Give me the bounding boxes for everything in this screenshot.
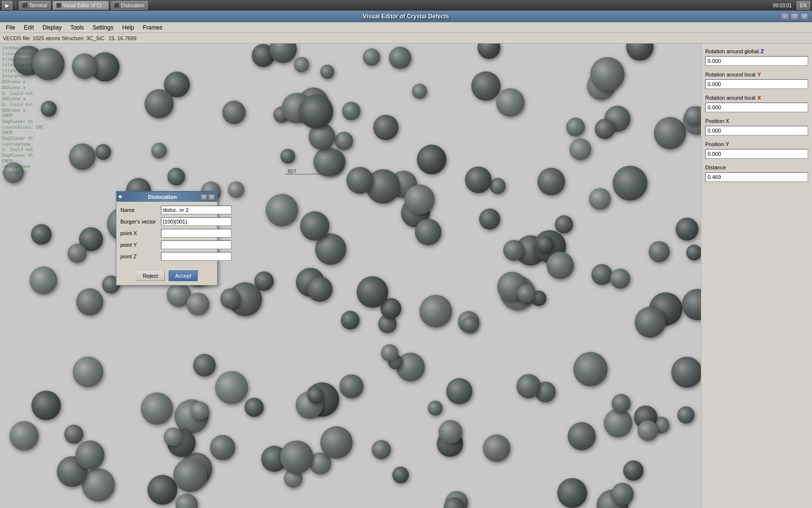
svg-point-134 — [496, 88, 525, 117]
dialog-name-label: Name — [120, 207, 159, 213]
taskbar-terminal-btn[interactable]: ⬛ Terminal — [19, 1, 51, 10]
rotation-global-z-row: Rotation around global Z — [705, 48, 808, 66]
svg-point-107 — [537, 168, 565, 195]
svg-point-104 — [589, 188, 611, 210]
svg-point-159 — [635, 307, 666, 338]
app-titlebar: Visual Editor of Crystal Defects − □ × — [0, 11, 812, 22]
svg-point-64 — [420, 295, 452, 327]
menu-file[interactable]: File — [2, 23, 19, 32]
svg-point-14 — [555, 215, 573, 233]
dialog-pointz-row: point Z — [120, 252, 213, 261]
dialog-content: Name Burger's vector point X point Y poi… — [116, 202, 217, 268]
distance-row: Distance — [705, 164, 808, 182]
svg-point-10 — [567, 422, 595, 450]
dialog-pointz-input[interactable] — [161, 252, 232, 261]
taskbar-lang-btn[interactable]: EN — [797, 1, 810, 10]
dialog-burgers-input[interactable] — [161, 217, 232, 226]
svg-point-144 — [307, 277, 333, 302]
menu-settings[interactable]: Settings — [88, 23, 117, 32]
rotation-local-y-label: Rotation around local Y — [705, 72, 808, 77]
svg-point-17 — [228, 181, 244, 198]
svg-point-117 — [590, 57, 624, 91]
svg-point-73 — [595, 119, 615, 139]
svg-point-152 — [300, 211, 329, 240]
menu-display[interactable]: Display — [39, 23, 65, 32]
svg-point-25 — [294, 57, 309, 72]
svg-point-160 — [573, 352, 608, 387]
svg-point-111 — [613, 166, 648, 201]
position-x-input[interactable] — [705, 126, 808, 135]
rotation-local-x-input[interactable] — [705, 103, 808, 112]
svg-point-20 — [69, 143, 96, 170]
svg-point-70 — [64, 425, 83, 444]
minimize-button[interactable]: − — [781, 13, 789, 20]
menu-edit[interactable]: Edit — [20, 23, 38, 32]
dialog-burgers-row: Burger's vector — [120, 217, 213, 226]
dislocation-dialog: ◆ Dislocation + × Name Burger's vector p… — [116, 191, 218, 285]
rotation-local-y-input[interactable] — [705, 79, 808, 89]
svg-point-139 — [210, 435, 235, 460]
svg-point-50 — [446, 378, 472, 404]
svg-point-45 — [389, 46, 411, 69]
svg-point-53 — [193, 354, 216, 377]
taskbar-vecds-btn[interactable]: ⬛ Visual Editor of Cr... — [53, 1, 109, 10]
svg-point-156 — [167, 168, 185, 185]
svg-point-83 — [174, 458, 207, 492]
svg-point-87 — [307, 387, 324, 403]
position-y-input[interactable] — [705, 149, 808, 159]
svg-point-145 — [638, 420, 658, 441]
menu-help[interactable]: Help — [118, 23, 138, 32]
taskbar-start-btn[interactable]: ▶ — [2, 1, 13, 10]
svg-point-121 — [623, 461, 643, 481]
rotation-global-z-label: Rotation around global Z — [705, 48, 808, 54]
svg-point-39 — [313, 148, 342, 177]
dialog-plus-button[interactable]: + — [201, 194, 207, 200]
svg-point-114 — [280, 149, 295, 164]
svg-point-154 — [280, 440, 313, 474]
atoms-visualization: 807 — [0, 44, 701, 508]
dialog-close-button[interactable]: × — [208, 194, 215, 200]
menubar: File Edit Display Tools Settings Help Fr… — [0, 22, 812, 33]
dialog-pointy-input[interactable] — [161, 240, 232, 249]
close-button[interactable]: × — [800, 13, 808, 20]
svg-point-115 — [537, 236, 554, 253]
svg-point-76 — [471, 72, 500, 101]
svg-point-125 — [479, 209, 500, 229]
svg-point-155 — [363, 48, 380, 65]
distance-input[interactable] — [705, 172, 808, 182]
svg-point-150 — [222, 101, 246, 124]
svg-point-97 — [72, 357, 103, 387]
statusbar: VECDS file: 1025 atoms Structure: 3C_SiC… — [0, 33, 812, 44]
dialog-titlebar: ◆ Dislocation + × — [116, 192, 217, 202]
accept-button[interactable]: Accept — [169, 270, 198, 281]
dialog-pointx-input[interactable] — [161, 229, 232, 238]
position-x-label: Position X — [705, 118, 808, 124]
dialog-pointy-row: point Y — [120, 240, 213, 249]
app-title: Visual Editor of Crystal Defects — [363, 13, 450, 20]
svg-point-137 — [299, 94, 334, 129]
svg-point-40 — [10, 421, 39, 450]
svg-point-149 — [357, 276, 388, 308]
svg-point-157 — [31, 224, 52, 245]
svg-point-99 — [266, 194, 298, 226]
dialog-title: Dislocation — [125, 194, 200, 200]
dialog-name-input[interactable] — [161, 206, 232, 214]
taskbar-disloc-btn[interactable]: ⬛ Dislocation — [111, 1, 148, 10]
svg-point-161 — [220, 288, 241, 309]
reject-button[interactable]: Reject — [136, 270, 165, 281]
svg-point-16 — [654, 117, 686, 149]
atom-label: 807 — [288, 168, 296, 174]
menu-frames[interactable]: Frames — [139, 23, 166, 32]
menu-tools[interactable]: Tools — [66, 23, 87, 32]
dialog-pointx-row: point X — [120, 229, 213, 238]
svg-point-66 — [341, 311, 360, 330]
position-x-row: Position X — [705, 118, 808, 135]
dialog-name-row: Name — [120, 206, 213, 214]
svg-point-72 — [147, 475, 177, 505]
svg-point-140 — [611, 483, 634, 505]
svg-point-119 — [76, 288, 103, 315]
rotation-global-z-input[interactable] — [705, 56, 808, 66]
svg-point-68 — [151, 143, 167, 158]
svg-point-102 — [547, 252, 574, 279]
maximize-button[interactable]: □ — [791, 13, 798, 20]
